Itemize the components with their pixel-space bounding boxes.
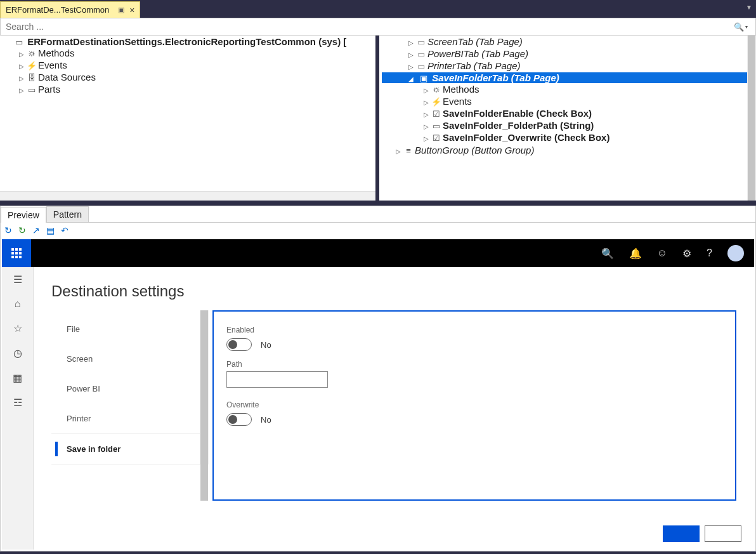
help-icon[interactable]: ? <box>707 247 712 259</box>
buttongroup-node[interactable]: ButtonGroup (Button Group) <box>415 145 534 155</box>
enabled-toggle[interactable] <box>226 338 252 351</box>
list-icon[interactable]: ☲ <box>13 397 22 409</box>
tabpage-icon: ▭ <box>416 62 426 71</box>
tabpage-new-icon: ▣ <box>419 74 429 83</box>
methods-node[interactable]: Methods <box>38 48 75 58</box>
tab-screen[interactable]: Screen <box>51 344 204 374</box>
open-icon[interactable]: ↗ <box>32 225 40 235</box>
layout-icon[interactable]: ▤ <box>46 225 55 235</box>
collapse-icon[interactable]: ◢ <box>407 76 415 82</box>
events-node[interactable]: Events <box>38 60 67 70</box>
printertab-node[interactable]: PrinterTab (Tab Page) <box>427 60 520 71</box>
overwrite-value: No <box>261 415 271 425</box>
enable-node[interactable]: SaveInFolderEnable (Check Box) <box>443 108 592 119</box>
refresh-icon[interactable]: ↻ <box>4 225 12 235</box>
bell-icon[interactable]: 🔔 <box>629 247 642 260</box>
powerbitab-node[interactable]: PowerBITab (Tab Page) <box>427 48 528 59</box>
vertical-scrollbar[interactable] <box>747 36 756 201</box>
folderpath-node[interactable]: SaveInFolder_FolderPath (String) <box>443 120 594 131</box>
smile-icon[interactable]: ☺ <box>657 247 667 259</box>
waffle-icon[interactable] <box>2 239 31 267</box>
database-icon: 🗄 <box>27 73 37 82</box>
checkbox-icon: ☑ <box>431 133 441 143</box>
tab-save-in-folder[interactable]: Save in folder <box>51 433 204 465</box>
bolt-icon: ⚡ <box>431 97 441 107</box>
path-label: Path <box>226 360 722 369</box>
tab-powerbi[interactable]: Power BI <box>51 374 204 404</box>
enabled-label: Enabled <box>226 326 722 334</box>
expand-icon[interactable]: ▷ <box>18 87 25 94</box>
tab-file[interactable]: File <box>51 314 204 344</box>
avatar[interactable] <box>727 245 744 261</box>
bolt-icon: ⚡ <box>27 61 37 70</box>
ok-button[interactable] <box>663 525 700 542</box>
left-rail: ☰ ⌂ ☆ ◷ ▦ ☲ <box>2 267 34 550</box>
expand-icon[interactable]: ▷ <box>422 99 430 106</box>
search-input[interactable] <box>4 21 730 32</box>
preview-toolbar: ↻ ↻ ↗ ▤ ↶ <box>1 223 755 238</box>
expand-icon[interactable]: ▷ <box>394 148 402 155</box>
expand-icon[interactable]: ▷ <box>18 51 25 58</box>
tab-preview[interactable]: Preview <box>1 207 46 223</box>
horizontal-scrollbar[interactable] <box>9 193 199 199</box>
app-top-bar: 🔍 🔔 ☺ ⚙ ? <box>2 239 754 267</box>
methods-node[interactable]: Methods <box>443 84 479 95</box>
pin-icon[interactable]: ▣ <box>118 6 124 14</box>
enabled-value: No <box>261 340 271 350</box>
refresh-green-icon[interactable]: ↻ <box>18 225 26 235</box>
tab-printer[interactable]: Printer <box>51 404 204 433</box>
overwrite-toggle[interactable] <box>226 413 252 426</box>
cancel-button[interactable] <box>705 525 741 542</box>
string-icon: ▭ <box>431 121 441 131</box>
form-area: Enabled No Path Overwrite No <box>212 310 736 501</box>
left-tree-pane: ▭ ERFormatDestinationSettings.Electronic… <box>0 36 379 201</box>
preview-shell: 🔍 🔔 ☺ ⚙ ? ☰ ⌂ ☆ ◷ ▦ ☲ Destination settin… <box>2 239 754 550</box>
dialog-buttons <box>663 525 741 542</box>
expand-icon[interactable]: ▷ <box>422 135 430 142</box>
datasources-node[interactable]: Data Sources <box>38 72 96 82</box>
page-title: Destination settings <box>51 282 736 300</box>
expand-icon[interactable]: ▷ <box>422 111 430 118</box>
home-icon[interactable]: ⌂ <box>15 298 21 310</box>
saveinfoldertab-node[interactable]: SaveInFolderTab (Tab Page) <box>432 72 559 83</box>
panel-tab-strip: Preview Pattern <box>1 206 755 223</box>
methods-icon: ⛭ <box>431 85 441 95</box>
expand-icon[interactable]: ▷ <box>407 63 415 70</box>
gear-icon[interactable]: ⚙ <box>682 247 691 260</box>
expand-icon[interactable]: ▷ <box>18 75 25 82</box>
tab-overflow-icon[interactable]: ▼ <box>746 4 752 11</box>
parts-node[interactable]: Parts <box>38 84 60 95</box>
screentab-node[interactable]: ScreenTab (Tab Page) <box>427 36 523 47</box>
methods-icon: ⛭ <box>27 49 37 58</box>
path-input[interactable] <box>226 371 328 388</box>
expand-icon[interactable] <box>3 39 10 46</box>
tab-pattern[interactable]: Pattern <box>46 206 89 222</box>
preview-canvas: Destination settings File Screen Power B… <box>34 267 754 550</box>
overwrite-node[interactable]: SaveInFolder_Overwrite (Check Box) <box>443 132 609 143</box>
checkbox-icon: ☑ <box>431 109 441 119</box>
hamburger-icon[interactable]: ☰ <box>13 274 22 286</box>
form-icon: ▭ <box>14 37 24 47</box>
tabpage-icon: ▭ <box>416 37 426 47</box>
root-node[interactable]: ERFormatDestinationSettings.ElectronicRe… <box>27 36 346 47</box>
expand-icon[interactable]: ▷ <box>407 51 415 58</box>
events-node[interactable]: Events <box>443 96 472 107</box>
bottom-panel: Preview Pattern ↻ ↻ ↗ ▤ ↶ 🔍 🔔 ☺ ⚙ ? ☰ <box>0 206 756 551</box>
undo-icon[interactable]: ↶ <box>61 225 68 235</box>
expand-icon[interactable]: ▷ <box>422 87 430 94</box>
recent-icon[interactable]: ◷ <box>13 347 22 359</box>
star-icon[interactable]: ☆ <box>13 322 22 334</box>
expand-icon[interactable]: ▷ <box>407 39 415 46</box>
search-icon[interactable]: 🔍▾ <box>730 22 752 32</box>
expand-icon[interactable]: ▷ <box>18 63 25 70</box>
workspace-icon[interactable]: ▦ <box>13 372 22 384</box>
document-tab-strip: ERFormatDe...TestCommon ▣ × ▼ <box>0 0 756 18</box>
tabpage-icon: ▭ <box>416 49 426 59</box>
expand-icon[interactable]: ▷ <box>422 123 430 130</box>
document-tab-title: ERFormatDe...TestCommon <box>6 5 109 15</box>
buttongroup-icon: ≡ <box>403 146 414 155</box>
search-icon[interactable]: 🔍 <box>601 247 614 260</box>
document-tab[interactable]: ERFormatDe...TestCommon ▣ × <box>0 1 140 18</box>
vtab-scrollbar[interactable] <box>200 310 208 501</box>
close-icon[interactable]: × <box>129 5 134 15</box>
